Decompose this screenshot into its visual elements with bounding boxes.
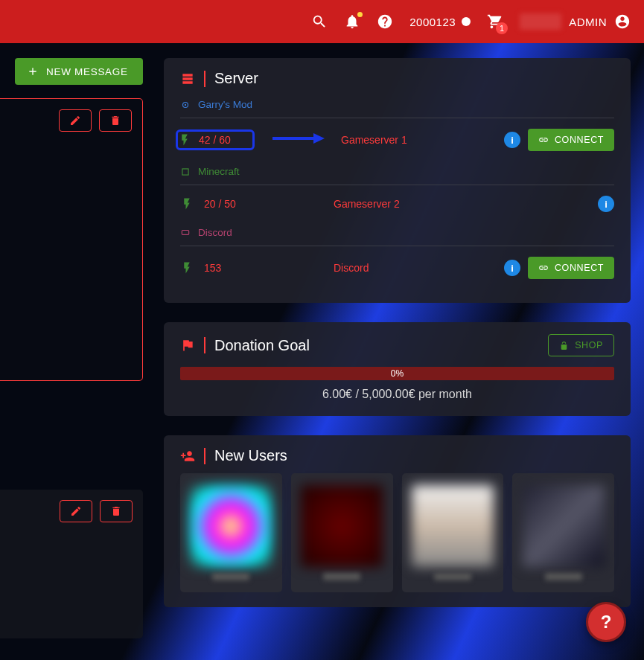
category-gmod[interactable]: Garry's Mod: [180, 93, 614, 116]
new-users-panel: New Users: [164, 435, 631, 607]
goal-text: 6.00€ / 5,000.00€ per month: [180, 388, 614, 401]
bell-icon[interactable]: [344, 13, 360, 30]
connect-button[interactable]: CONNECT: [528, 129, 614, 151]
info-button[interactable]: i: [504, 260, 520, 276]
server-icon: [180, 71, 195, 86]
server-row-2: 20 / 50 Gameserver 2 i: [180, 187, 614, 221]
info-button[interactable]: i: [504, 132, 520, 148]
points-display[interactable]: 2000123: [409, 16, 471, 28]
edit-button[interactable]: [60, 500, 92, 522]
svg-rect-5: [182, 230, 188, 234]
panel-title: Donation Goal: [214, 337, 310, 354]
side-card-2: [0, 490, 143, 638]
delete-button[interactable]: [99, 109, 132, 132]
highlight-box: 42 / 60: [176, 129, 255, 150]
svg-point-1: [185, 103, 186, 105]
server-row-3: 153 Discord i CONNECT: [180, 248, 614, 288]
bolt-icon: [180, 197, 194, 211]
panel-title: Server: [214, 70, 258, 87]
panel-title: New Users: [214, 447, 287, 464]
arrow-icon: [272, 133, 325, 147]
progress-bar: 0%: [180, 367, 614, 380]
donation-panel: Donation Goal SHOP 0% 6.00€ / 5,000.00€ …: [164, 322, 631, 416]
help-icon[interactable]: [377, 13, 393, 30]
user-plus-icon: [180, 449, 195, 464]
category-discord[interactable]: Discord: [180, 221, 614, 244]
info-button[interactable]: i: [598, 196, 614, 212]
side-card-1: [0, 98, 143, 381]
shop-button[interactable]: SHOP: [548, 334, 614, 356]
new-message-button[interactable]: NEW MESSAGE: [15, 58, 143, 85]
user-menu[interactable]: ADMIN: [520, 13, 631, 30]
connect-button[interactable]: CONNECT: [528, 257, 614, 279]
server-panel: Server Garry's Mod 42 / 60 Gameserver 1 …: [164, 58, 631, 303]
user-card[interactable]: [291, 473, 393, 592]
bolt-icon: [178, 133, 191, 147]
user-card[interactable]: [180, 473, 282, 592]
svg-rect-4: [182, 168, 188, 174]
flag-icon: [180, 338, 195, 353]
help-fab[interactable]: ?: [586, 602, 626, 642]
cart-icon[interactable]: 1: [487, 13, 503, 30]
delete-button[interactable]: [100, 500, 133, 522]
search-icon[interactable]: [311, 13, 328, 30]
svg-marker-3: [313, 133, 325, 144]
user-card[interactable]: [402, 473, 504, 592]
server-row-1: 42 / 60 Gameserver 1 i CONNECT: [180, 120, 614, 160]
coin-icon: [462, 17, 471, 26]
user-card[interactable]: [512, 473, 614, 592]
category-minecraft[interactable]: Minecraft: [180, 160, 614, 183]
edit-button[interactable]: [59, 109, 92, 132]
bolt-icon: [180, 261, 194, 275]
cart-badge: 1: [496, 22, 508, 34]
